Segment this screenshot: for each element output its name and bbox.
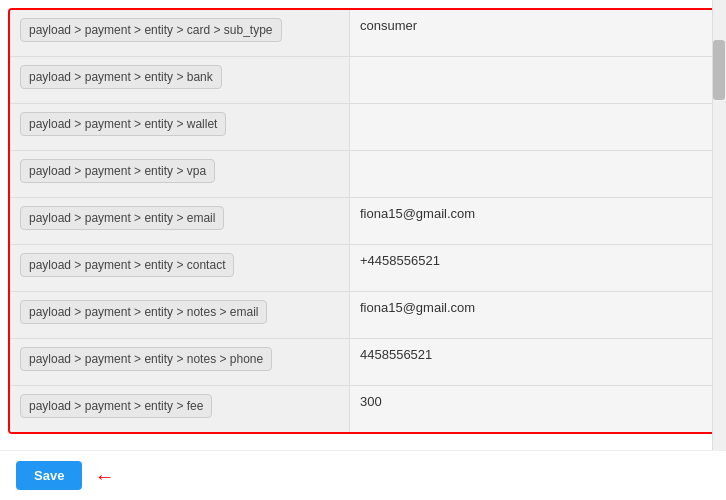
value-input-7[interactable] bbox=[354, 343, 710, 381]
value-input-4[interactable] bbox=[354, 202, 710, 240]
value-cell bbox=[350, 104, 714, 150]
value-cell bbox=[350, 57, 714, 103]
value-input-1[interactable] bbox=[354, 61, 710, 99]
value-cell bbox=[350, 339, 714, 385]
value-cell bbox=[350, 245, 714, 291]
key-cell: payload > payment > entity > vpa bbox=[10, 151, 350, 197]
key-label: payload > payment > entity > email bbox=[20, 206, 224, 230]
table-row: payload > payment > entity > card > sub_… bbox=[10, 10, 714, 57]
key-label: payload > payment > entity > contact bbox=[20, 253, 234, 277]
key-cell: payload > payment > entity > wallet bbox=[10, 104, 350, 150]
key-label: payload > payment > entity > notes > ema… bbox=[20, 300, 267, 324]
main-content: payload > payment > entity > card > sub_… bbox=[0, 0, 726, 460]
key-label: payload > payment > entity > card > sub_… bbox=[20, 18, 282, 42]
save-button[interactable]: Save bbox=[16, 461, 82, 490]
data-table: payload > payment > entity > card > sub_… bbox=[8, 8, 716, 434]
value-cell bbox=[350, 198, 714, 244]
value-input-3[interactable] bbox=[354, 155, 710, 193]
key-label: payload > payment > entity > notes > pho… bbox=[20, 347, 272, 371]
table-row: payload > payment > entity > wallet bbox=[10, 104, 714, 151]
bottom-bar: Save ← bbox=[0, 450, 726, 500]
key-cell: payload > payment > entity > notes > ema… bbox=[10, 292, 350, 338]
key-label: payload > payment > entity > fee bbox=[20, 394, 212, 418]
value-cell bbox=[350, 386, 714, 432]
key-cell: payload > payment > entity > bank bbox=[10, 57, 350, 103]
value-cell bbox=[350, 292, 714, 338]
key-cell: payload > payment > entity > notes > pho… bbox=[10, 339, 350, 385]
value-cell bbox=[350, 151, 714, 197]
table-row: payload > payment > entity > fee bbox=[10, 386, 714, 432]
key-cell: payload > payment > entity > fee bbox=[10, 386, 350, 432]
key-cell: payload > payment > entity > email bbox=[10, 198, 350, 244]
scrollbar-thumb[interactable] bbox=[713, 40, 725, 100]
table-row: payload > payment > entity > contact bbox=[10, 245, 714, 292]
value-input-2[interactable] bbox=[354, 108, 710, 146]
value-input-0[interactable] bbox=[354, 14, 710, 52]
arrow-icon: ← bbox=[94, 466, 114, 486]
table-row: payload > payment > entity > notes > pho… bbox=[10, 339, 714, 386]
key-cell: payload > payment > entity > contact bbox=[10, 245, 350, 291]
value-cell bbox=[350, 10, 714, 56]
value-input-5[interactable] bbox=[354, 249, 710, 287]
key-label: payload > payment > entity > wallet bbox=[20, 112, 226, 136]
scrollbar-track[interactable] bbox=[712, 0, 726, 460]
key-cell: payload > payment > entity > card > sub_… bbox=[10, 10, 350, 56]
table-row: payload > payment > entity > bank bbox=[10, 57, 714, 104]
table-row: payload > payment > entity > email bbox=[10, 198, 714, 245]
key-label: payload > payment > entity > bank bbox=[20, 65, 222, 89]
table-row: payload > payment > entity > vpa bbox=[10, 151, 714, 198]
value-input-6[interactable] bbox=[354, 296, 710, 334]
key-label: payload > payment > entity > vpa bbox=[20, 159, 215, 183]
table-row: payload > payment > entity > notes > ema… bbox=[10, 292, 714, 339]
value-input-8[interactable] bbox=[354, 390, 710, 428]
